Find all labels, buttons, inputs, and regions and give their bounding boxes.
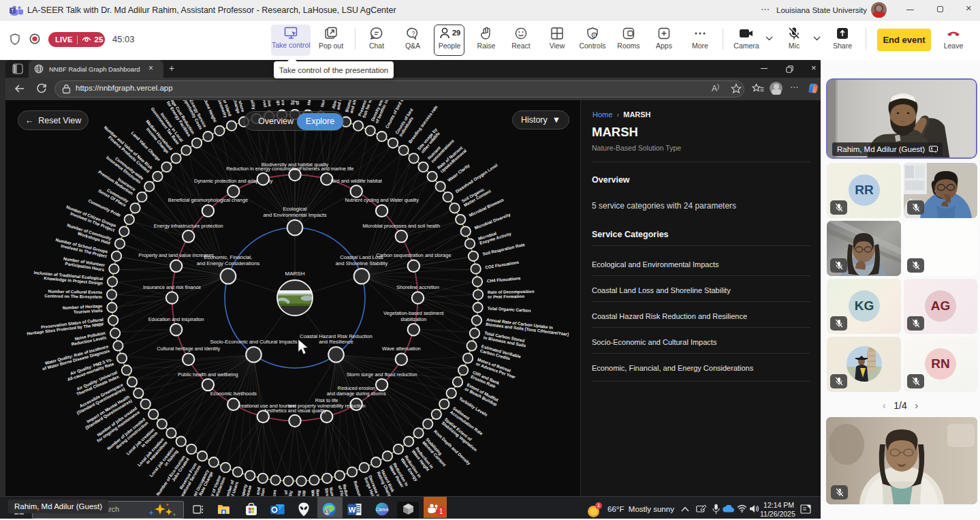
- svg-text:Socio-Economic and Cultural Im: Socio-Economic and Cultural Impacts: [210, 339, 297, 345]
- svg-text:Coastal Land Lossand Shoreline: Coastal Land Lossand Shoreline Stability: [336, 254, 388, 266]
- svg-text:T: T: [11, 8, 14, 13]
- svg-text:Property and land value increa: Property and land value increases: [139, 252, 215, 258]
- svg-text:29: 29: [452, 29, 460, 37]
- svg-text:Insurance and risk finance: Insurance and risk finance: [143, 284, 201, 290]
- svg-text:Canva: Canva: [376, 507, 389, 512]
- svg-text:Carbon sequestration and stora: Carbon sequestration and storage: [376, 252, 451, 258]
- svg-text:Public health and wellbeing: Public health and wellbeing: [178, 371, 238, 378]
- svg-text:Cultural heritage and identity: Cultural heritage and identity: [157, 346, 220, 352]
- svg-text:Education and inspiration: Education and inspiration: [148, 316, 204, 322]
- svg-text:Wave attenuation: Wave attenuation: [382, 346, 421, 352]
- svg-text:Recreational use and tourism: Recreational use and tourism: [231, 403, 296, 409]
- svg-text:Spatial Extentof Habitat: Spatial Extentof Habitat: [290, 100, 300, 105]
- svg-text:Fisheries and marine life: Fisheries and marine life: [300, 166, 354, 172]
- svg-text:Storm surge and flood reductio: Storm surge and flood reduction: [347, 371, 417, 378]
- svg-text:Bird and wildlife habitat: Bird and wildlife habitat: [331, 178, 382, 184]
- svg-text:MARSH: MARSH: [285, 271, 305, 277]
- svg-text:W: W: [349, 506, 356, 514]
- svg-text:Microbial processes and soil h: Microbial processes and soil health: [363, 223, 441, 229]
- svg-text:Economic livelihoods: Economic livelihoods: [210, 391, 257, 397]
- svg-text:Economic, Financial,and Energy: Economic, Financial,and Energy Considera…: [197, 254, 260, 266]
- svg-text:Nutrient cycling and Water qua: Nutrient cycling and Water quality: [345, 197, 419, 203]
- svg-text:Number of Cultural EventsCente: Number of Cultural EventsCentered on The…: [44, 289, 102, 300]
- svg-text:Reduction in energy consumptio: Reduction in energy consumption: [226, 166, 300, 172]
- svg-text:Energy infrastructure protecti: Energy infrastructure protection: [154, 223, 223, 229]
- svg-text:Beneficial geomorphological ch: Beneficial geomorphological change: [168, 197, 248, 203]
- svg-text:Risk to LifeReduction Rate: Risk to LifeReduction Rate: [297, 491, 307, 496]
- svg-text:?: ?: [411, 30, 415, 37]
- svg-text:Shoreline accretion: Shoreline accretion: [396, 284, 439, 290]
- svg-text:Assessment ofVisual Quality: Assessment ofVisual Quality: [282, 490, 293, 496]
